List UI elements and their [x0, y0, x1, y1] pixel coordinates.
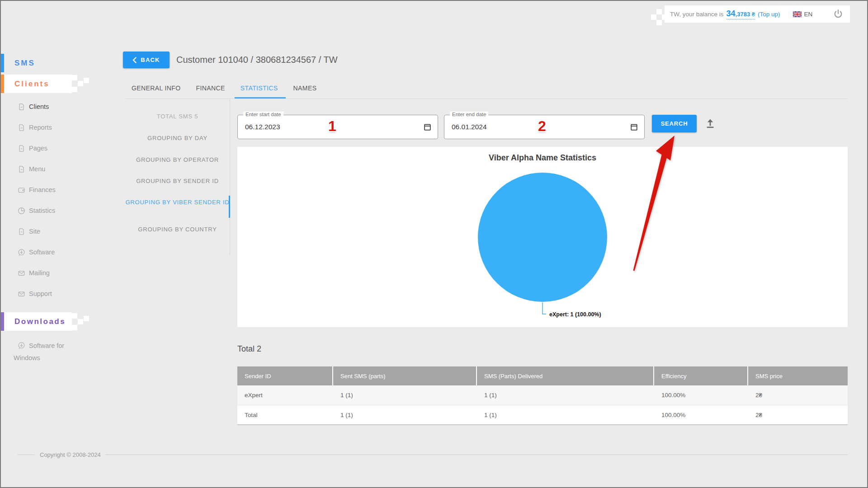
- footer-divider: [18, 455, 35, 455]
- annotation-step-2: 2: [538, 118, 546, 135]
- sidebar-section-sms[interactable]: SMS: [1, 54, 72, 72]
- currency-symbol: ₴: [750, 11, 755, 18]
- download-bubble-icon: [17, 341, 26, 350]
- sidebar-item-support[interactable]: Support: [1, 283, 109, 304]
- logout-power-button[interactable]: [833, 9, 844, 19]
- tab-general-info[interactable]: GENERAL INFO: [132, 84, 181, 92]
- cell-sent-sms: 1 (1): [333, 385, 477, 405]
- top-up-link[interactable]: (Top up): [758, 11, 780, 18]
- cell-efficiency: 100.00%: [654, 385, 748, 405]
- sidebar-item-label: Support: [29, 290, 52, 297]
- subnav-grouping-by-day[interactable]: GROUPING BY DAY: [125, 134, 230, 143]
- copyright-text: Copyright © 2008-2024: [40, 451, 101, 458]
- end-date-value[interactable]: 06.01.2024: [452, 123, 487, 131]
- sidebar-item-label: Software: [29, 249, 55, 256]
- tab-statistics[interactable]: STATISTICS: [241, 84, 278, 92]
- pixel-decoration: [656, 20, 662, 25]
- uk-flag-icon: [793, 11, 802, 17]
- calendar-icon[interactable]: [630, 123, 638, 131]
- subnav-total-sms: TOTAL SMS 5: [125, 112, 230, 121]
- pixel-decoration: [84, 316, 89, 321]
- sidebar-item-label: Menu: [29, 165, 45, 173]
- start-date-value[interactable]: 06.12.2023: [245, 123, 280, 131]
- pixel-decoration: [78, 319, 83, 324]
- pixel-decoration: [84, 78, 89, 83]
- sidebar-item-label: Pages: [29, 145, 47, 152]
- sidebar-menu: Clients Reports Pages Menu Finances Stat…: [1, 96, 109, 304]
- search-button[interactable]: SEARCH: [652, 115, 697, 132]
- downloads-section-label: Downloads: [14, 317, 66, 326]
- balance-label: TW, your balance is: [670, 11, 724, 18]
- tab-bar-divider: [125, 99, 848, 99]
- subnav-grouping-by-sender-id[interactable]: GROUPING BY SENDER ID: [125, 177, 230, 186]
- pixel-decoration: [72, 313, 77, 319]
- chevron-left-icon: [132, 57, 137, 63]
- cell-delivered: 1 (1): [477, 385, 654, 405]
- sidebar-item-software-for-windows[interactable]: Software for Windows: [14, 340, 82, 364]
- start-date-field[interactable]: Enter start date 06.12.2023 1: [237, 115, 438, 139]
- sidebar-item-pages[interactable]: Pages: [1, 138, 109, 159]
- subnav-active-indicator: [229, 196, 230, 218]
- cell-sender-id: Total: [237, 405, 333, 424]
- table-row-total: Total 1 (1) 1 (1) 100.00% 2₴: [237, 405, 848, 425]
- sidebar-section-clients[interactable]: Clients: [1, 75, 72, 93]
- active-tab-underline: [235, 97, 286, 99]
- envelope-icon: [17, 290, 26, 298]
- sidebar-item-reports[interactable]: Reports: [1, 117, 109, 138]
- chart-title: Viber Alpha Name Statistics: [489, 153, 596, 162]
- viber-statistics-chart-panel: Viber Alpha Name Statistics eXpert: 1 (1…: [237, 147, 848, 327]
- footer-divider: [105, 455, 848, 455]
- column-header-delivered: SMS (Parts) Delivered: [477, 366, 654, 385]
- pixel-decoration: [656, 9, 662, 14]
- cell-sender-id: eXpert: [237, 385, 333, 405]
- sidebar-item-label: Site: [29, 228, 40, 235]
- end-date-label: Enter end date: [450, 112, 488, 117]
- column-header-sender-id: Sender ID: [237, 366, 333, 385]
- subnav-grouping-by-viber-sender-id[interactable]: GROUPING BY VIBER SENDER ID: [125, 198, 230, 207]
- column-header-sent-sms: Sent SMS (parts): [333, 366, 477, 385]
- cell-efficiency: 100.00%: [654, 405, 748, 424]
- calendar-icon[interactable]: [423, 123, 432, 131]
- envelope-icon: [17, 269, 26, 277]
- pixel-decoration: [72, 75, 77, 80]
- balance-value[interactable]: 34,3783 ₴: [726, 9, 755, 19]
- sidebar-item-label: Statistics: [29, 207, 55, 214]
- end-date-field[interactable]: Enter end date 06.01.2024 2: [444, 115, 645, 139]
- sidebar-item-statistics[interactable]: Statistics: [1, 200, 109, 221]
- document-icon: [17, 227, 26, 236]
- cell-delivered: 1 (1): [477, 405, 654, 424]
- sidebar-item-software[interactable]: Software: [1, 242, 109, 263]
- subnav-grouping-by-country[interactable]: GROUPING BY COUNTRY: [125, 225, 230, 234]
- sidebar-item-label: Finances: [29, 186, 56, 193]
- power-icon: [833, 9, 844, 19]
- wallet-icon: [17, 186, 26, 194]
- sidebar-item-site[interactable]: Site: [1, 221, 109, 242]
- sidebar-item-label: Mailing: [29, 269, 50, 277]
- pixel-decoration: [72, 325, 77, 330]
- column-header-efficiency: Efficiency: [654, 366, 748, 385]
- subnav-divider: [230, 99, 230, 255]
- page-title: Customer 101040 / 380681234567 / TW: [176, 55, 338, 65]
- pie-slice-expert[interactable]: [478, 173, 607, 302]
- tab-finance[interactable]: FINANCE: [196, 84, 225, 92]
- sidebar-item-menu[interactable]: Menu: [1, 159, 109, 179]
- language-selector[interactable]: EN: [793, 11, 813, 18]
- upload-icon[interactable]: [704, 117, 716, 129]
- pixel-decoration: [78, 81, 83, 86]
- sidebar-item-finances[interactable]: Finances: [1, 179, 109, 200]
- column-header-sms-price: SMS price: [748, 366, 848, 385]
- sidebar-item-mailing[interactable]: Mailing: [1, 263, 109, 283]
- sidebar-item-clients[interactable]: Clients: [1, 96, 109, 117]
- cell-sms-price: 2₴: [748, 385, 848, 405]
- language-label: EN: [804, 11, 813, 18]
- table-row: eXpert 1 (1) 1 (1) 100.00% 2₴: [237, 385, 848, 405]
- sms-section-label: SMS: [14, 59, 35, 68]
- sidebar-section-downloads[interactable]: Downloads: [1, 312, 72, 331]
- document-icon: [17, 165, 26, 174]
- tab-names[interactable]: NAMES: [293, 84, 317, 92]
- statistics-table: Sender ID Sent SMS (parts) SMS (Parts) D…: [237, 366, 848, 425]
- table-total-label: Total 2: [237, 344, 261, 354]
- back-button[interactable]: BACK: [123, 52, 170, 68]
- subnav-grouping-by-operator[interactable]: GROUPING BY OPERATOR: [125, 155, 230, 164]
- sidebar-item-label: Reports: [29, 124, 52, 131]
